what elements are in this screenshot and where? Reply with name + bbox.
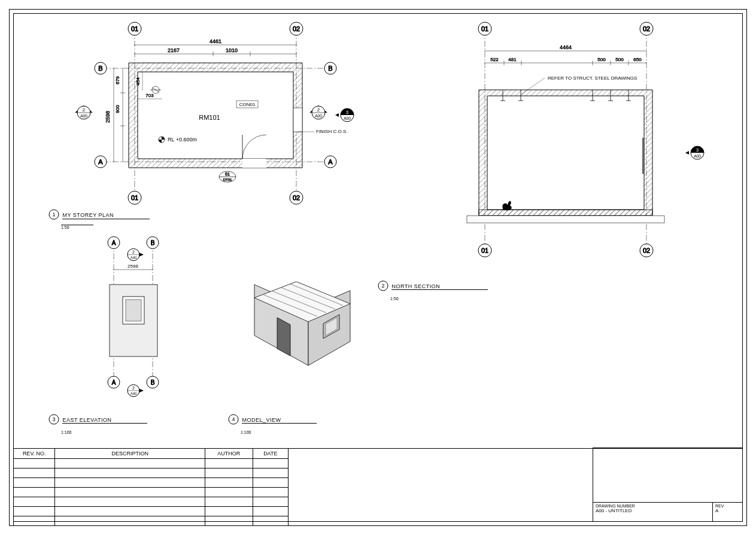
- svg-text:· · · · · · · · · · · · · · · : · · · · · · · · · · · · · · · · · · · · …: [470, 218, 561, 222]
- rabbit-icon: [502, 201, 511, 211]
- svg-text:2167: 2167: [168, 47, 180, 53]
- svg-text:2598: 2598: [127, 264, 138, 269]
- svg-text:01: 01: [131, 25, 138, 32]
- svg-text:DT01: DT01: [223, 178, 232, 182]
- svg-text:650: 650: [633, 57, 642, 62]
- svg-rect-23: [293, 108, 302, 132]
- section-marker-left: 2 A00: [75, 105, 93, 119]
- svg-text:01: 01: [481, 25, 488, 32]
- table-row: [14, 459, 289, 468]
- table-row: [14, 488, 289, 497]
- svg-text:2: 2: [317, 107, 320, 113]
- svg-text:A00: A00: [130, 256, 137, 259]
- svg-text:481: 481: [508, 57, 517, 62]
- east-elevation-drawing: A B A B 2598 2 A00 2 A00: [87, 234, 195, 404]
- svg-text:A: A: [112, 240, 116, 246]
- svg-text:B: B: [328, 65, 332, 72]
- svg-rect-101: [642, 138, 645, 174]
- svg-text:A00: A00: [694, 154, 701, 158]
- svg-text:2: 2: [381, 283, 384, 289]
- svg-text:679: 679: [115, 76, 120, 84]
- svg-text:900: 900: [115, 105, 120, 113]
- view-title-2: 2 NORTH SECTION 1:50: [377, 280, 488, 303]
- svg-text:B: B: [151, 379, 155, 386]
- rev-col-date: DATE: [253, 449, 288, 459]
- table-row: [14, 478, 289, 488]
- title-block: DRAWING NUMBER A00 - UNTITLED REV A: [593, 448, 743, 522]
- model-view-drawing: [236, 282, 362, 398]
- table-row: [14, 516, 289, 526]
- svg-text:01: 01: [481, 247, 488, 254]
- svg-text:A: A: [328, 158, 333, 165]
- svg-text:3: 3: [52, 416, 55, 422]
- svg-text:B: B: [98, 65, 102, 72]
- rev-col-desc: DESCRIPTION: [55, 449, 205, 459]
- svg-text:4: 4: [232, 416, 235, 422]
- svg-text:01: 01: [225, 172, 230, 176]
- table-row: [14, 468, 289, 478]
- table-row: [14, 497, 289, 507]
- storey-plan-drawing: 01 02 01 02 B B A A 4461 2167 1010: [72, 18, 359, 228]
- svg-text:2: 2: [83, 107, 86, 113]
- svg-rect-126: [126, 300, 141, 321]
- rev-value: A: [715, 508, 740, 513]
- rev-label: REV: [715, 504, 740, 508]
- svg-text:1010: 1010: [226, 47, 238, 53]
- svg-text:522: 522: [490, 57, 499, 62]
- svg-text:454: 454: [135, 77, 141, 86]
- svg-text:2: 2: [132, 386, 135, 390]
- bottom-divider: [13, 448, 743, 449]
- svg-text:2598: 2598: [105, 111, 111, 123]
- revision-table: REV. NO. DESCRIPTION AUTHOR DATE: [13, 448, 289, 526]
- svg-text:FINISH C.O.S.: FINISH C.O.S.: [316, 129, 347, 134]
- svg-text:02: 02: [643, 247, 650, 254]
- svg-text:3: 3: [346, 110, 349, 115]
- svg-text:4464: 4464: [560, 44, 572, 50]
- drawing-sheet: 01 02 01 02 B B A A 4461 2167 1010: [0, 0, 756, 535]
- svg-text:2: 2: [132, 250, 135, 254]
- table-row: [14, 507, 289, 516]
- rev-col-no: REV. NO.: [14, 449, 55, 459]
- svg-text:02: 02: [293, 25, 300, 32]
- svg-text:B: B: [151, 240, 155, 246]
- view-title-3: 3 EAST ELEVATION 1:100: [48, 413, 147, 436]
- svg-text:REFER TO STRUCT. STEEL DRAWING: REFER TO STRUCT. STEEL DRAWINGS: [548, 75, 637, 81]
- svg-text:500: 500: [615, 57, 624, 62]
- rev-col-author: AUTHOR: [205, 449, 253, 459]
- svg-text:500: 500: [597, 57, 606, 62]
- svg-text:A: A: [98, 158, 103, 165]
- svg-text:01: 01: [131, 194, 138, 201]
- svg-text:A00: A00: [315, 114, 322, 118]
- drawing-number-label: DRAWING NUMBER: [596, 504, 710, 508]
- svg-text:A00: A00: [130, 392, 137, 395]
- svg-text:02: 02: [293, 194, 300, 201]
- svg-rect-21: [242, 159, 266, 168]
- svg-text:A00: A00: [344, 116, 351, 120]
- svg-text:A: A: [112, 379, 116, 386]
- svg-text:RL +0.600m: RL +0.600m: [168, 137, 197, 143]
- svg-rect-104: [479, 210, 652, 216]
- svg-text:703: 703: [145, 93, 154, 98]
- svg-text:A00: A00: [80, 114, 87, 118]
- svg-text:02: 02: [643, 25, 650, 32]
- svg-text:3: 3: [696, 147, 699, 153]
- svg-text:1: 1: [52, 211, 55, 217]
- drawing-number: A00 - UNTITLED: [596, 508, 710, 513]
- view-title-1: 1 MY STOREY PLAN 1:50: [48, 208, 150, 231]
- svg-text:RM101: RM101: [199, 114, 220, 121]
- north-section-drawing: 01 02 01 02 4464 522 481 500 500 650: [461, 18, 730, 270]
- svg-text:4461: 4461: [210, 38, 221, 44]
- view-title-4: 4 MODEL_VIEW 1:100: [227, 413, 317, 436]
- svg-text:CON01: CON01: [239, 102, 256, 107]
